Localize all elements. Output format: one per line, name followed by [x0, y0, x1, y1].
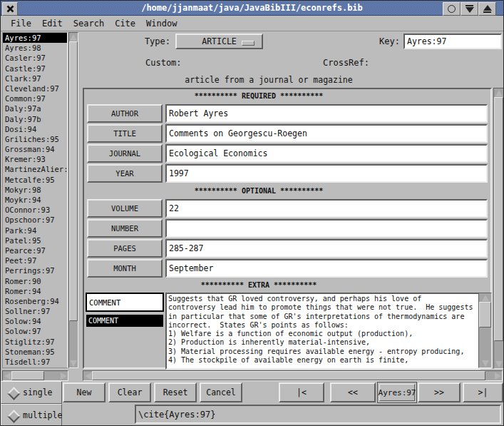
- menu-item[interactable]: Cite: [112, 17, 143, 30]
- scroll-track[interactable]: [69, 41, 78, 359]
- scroll-up-icon[interactable]: [479, 293, 491, 302]
- form-vscrollbar[interactable]: [493, 88, 504, 369]
- list-item[interactable]: Castle:97: [3, 64, 67, 73]
- scroll-thumb[interactable]: [479, 302, 491, 328]
- field-input[interactable]: [165, 104, 488, 123]
- scroll-track[interactable]: [494, 97, 503, 360]
- scroll-down-icon[interactable]: [69, 359, 78, 367]
- scroll-down-icon[interactable]: [479, 359, 491, 367]
- field-input[interactable]: [165, 124, 488, 143]
- mode-multiple-row[interactable]: multiple: [1, 404, 62, 426]
- nav-first-button[interactable]: |<: [279, 382, 324, 402]
- list-item[interactable]: Solow:97: [3, 326, 67, 336]
- list-item[interactable]: Pearce:97: [3, 245, 67, 255]
- comment-textarea[interactable]: [167, 294, 479, 368]
- field-input[interactable]: [165, 144, 488, 163]
- list-item[interactable]: Moykr:94: [3, 195, 67, 205]
- sidebar-list[interactable]: Ayres:97Ayres:98Casler:97Castle:97Clark:…: [2, 32, 68, 368]
- field-label-button[interactable]: VOLUME: [87, 199, 163, 218]
- scroll-track[interactable]: [92, 371, 493, 380]
- form-hscrollbar[interactable]: [83, 370, 503, 381]
- list-item[interactable]: MartinezAlier:9: [3, 164, 67, 174]
- menu-item[interactable]: Edit: [39, 17, 71, 30]
- list-item[interactable]: Clark:97: [3, 73, 67, 83]
- list-item[interactable]: Perrings:97: [3, 265, 67, 275]
- field-label-button[interactable]: YEAR: [87, 164, 163, 183]
- action-button[interactable]: Cancel: [200, 382, 242, 402]
- scroll-down-icon[interactable]: [494, 360, 503, 368]
- field-input[interactable]: [165, 199, 488, 218]
- list-item[interactable]: Ayres:97: [3, 33, 67, 43]
- list-item[interactable]: Griliches:95: [3, 134, 67, 144]
- field-label-button[interactable]: NUMBER: [87, 219, 163, 238]
- list-item[interactable]: Grossman:94: [3, 144, 67, 154]
- radio-diamond-icon[interactable]: [7, 410, 20, 422]
- list-item[interactable]: Solow:94: [3, 316, 67, 326]
- extra-field-list[interactable]: COMMENT: [86, 315, 163, 366]
- key-input[interactable]: [403, 34, 502, 49]
- list-item[interactable]: Metcalfe:95: [3, 175, 67, 185]
- scroll-right-icon[interactable]: [59, 371, 68, 380]
- scroll-track[interactable]: [11, 371, 59, 380]
- list-item[interactable]: Patel:95: [3, 235, 67, 245]
- scroll-left-icon[interactable]: [83, 371, 92, 380]
- scroll-up-icon[interactable]: [494, 88, 503, 97]
- menu-item[interactable]: Window: [143, 17, 185, 30]
- field-label-button[interactable]: TITLE: [87, 124, 163, 143]
- list-item[interactable]: Stoneman:95: [3, 347, 67, 357]
- nav-last-button[interactable]: >|: [463, 382, 503, 402]
- list-item[interactable]: Park:94: [3, 225, 67, 235]
- scroll-left-icon[interactable]: [3, 371, 11, 380]
- field-input[interactable]: [165, 259, 488, 278]
- radio-diamond-icon[interactable]: [7, 387, 20, 400]
- list-item[interactable]: Cleveland:97: [3, 83, 67, 93]
- list-item[interactable]: Casler:97: [3, 53, 67, 63]
- field-label-button[interactable]: PAGES: [87, 239, 163, 258]
- scroll-thumb[interactable]: [11, 371, 44, 380]
- field-label-button[interactable]: JOURNAL: [87, 144, 163, 163]
- list-item[interactable]: Tisdell:97: [3, 357, 67, 367]
- field-label-button[interactable]: AUTHOR: [87, 104, 163, 123]
- comment-vscrollbar[interactable]: [478, 293, 492, 368]
- list-item[interactable]: Mokyr:98: [3, 185, 67, 195]
- list-item[interactable]: Peet:97: [3, 255, 67, 265]
- menu-item[interactable]: File: [8, 17, 39, 30]
- list-item[interactable]: Kremer:93: [3, 154, 67, 164]
- unshade-button[interactable]: [478, 2, 496, 16]
- field-input[interactable]: [165, 164, 488, 183]
- action-button[interactable]: New: [63, 382, 106, 402]
- list-item[interactable]: Opschoor:97: [3, 215, 67, 225]
- action-button[interactable]: Reset: [154, 382, 197, 402]
- sidebar-hscrollbar[interactable]: [2, 370, 68, 381]
- scroll-track[interactable]: [479, 302, 491, 359]
- scroll-thumb[interactable]: [69, 41, 78, 321]
- mode-single-row[interactable]: single: [1, 381, 62, 404]
- scroll-right-icon[interactable]: [493, 371, 502, 380]
- list-item[interactable]: Common:97: [3, 93, 67, 103]
- field-input[interactable]: [165, 219, 488, 238]
- sidebar-vscrollbar[interactable]: [68, 32, 78, 368]
- shade-button[interactable]: [461, 2, 478, 16]
- list-item[interactable]: Daly:97a: [3, 103, 67, 113]
- scroll-thumb[interactable]: [494, 97, 503, 341]
- scroll-thumb[interactable]: [92, 371, 485, 380]
- list-item[interactable]: COMMENT: [86, 315, 163, 327]
- nav-prev-button[interactable]: <<: [330, 382, 376, 402]
- field-input[interactable]: [165, 239, 488, 258]
- list-item[interactable]: Romer:94: [3, 286, 67, 296]
- list-item[interactable]: Daly:97b: [3, 114, 67, 124]
- titlebar[interactable]: /home/jjanmaat/java/JavaBibIII/econrefs.…: [1, 1, 503, 16]
- type-dropdown[interactable]: ARTICLE: [175, 34, 263, 49]
- list-item[interactable]: Ayres:98: [3, 43, 67, 53]
- list-item[interactable]: Romer:90: [3, 276, 67, 286]
- list-item[interactable]: Rosenberg:94: [3, 296, 67, 306]
- nav-current-button[interactable]: Ayres:97: [379, 384, 415, 401]
- list-item[interactable]: Sollner:97: [3, 306, 67, 316]
- field-label-button[interactable]: MONTH: [87, 259, 163, 278]
- list-item[interactable]: Stiglitz:97: [3, 337, 67, 347]
- list-item[interactable]: OConnor:93: [3, 205, 67, 215]
- window-menu-button[interactable]: [443, 2, 461, 16]
- scroll-up-icon[interactable]: [69, 33, 78, 41]
- cite-input[interactable]: [135, 405, 501, 424]
- menu-item[interactable]: Search: [71, 17, 112, 30]
